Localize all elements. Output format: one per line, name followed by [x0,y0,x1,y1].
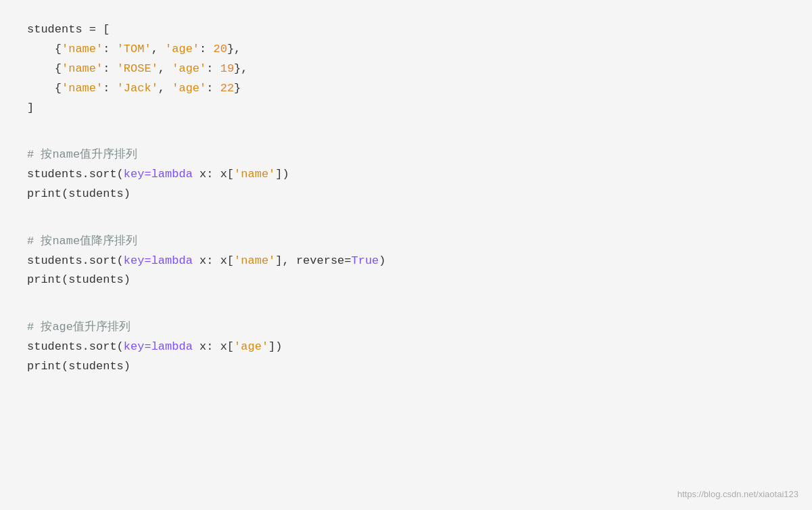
blank-line-6 [27,304,785,318]
code-line-5: ] [27,99,785,118]
blank-line-3 [27,204,785,218]
code-line-4: {'name': 'Jack', 'age': 22} [27,79,785,99]
code-block: students = [ {'name': 'TOM', 'age': 20},… [27,20,785,377]
code-line-2: {'name': 'TOM', 'age': 20}, [27,40,785,60]
code-line-3: {'name': 'ROSE', 'age': 19}, [27,60,785,79]
code-comment-3: # 按age值升序排列 [27,318,785,338]
blank-line-4 [27,218,785,231]
blank-line-2 [27,132,785,145]
code-line-9: print(students) [27,271,785,290]
code-line-1: students = [ [27,20,785,40]
blank-line-1 [27,118,785,131]
code-line-11: print(students) [27,357,785,377]
blank-line-5 [27,290,785,304]
code-line-6: students.sort(key=lambda x: x['name']) [27,165,785,185]
code-line-10: students.sort(key=lambda x: x['age']) [27,338,785,357]
code-comment-2: # 按name值降序排列 [27,232,785,252]
code-line-8: students.sort(key=lambda x: x['name'], r… [27,252,785,271]
code-comment-1: # 按name值升序排列 [27,145,785,165]
code-container: students = [ {'name': 'TOM', 'age': 20},… [0,0,812,510]
code-line-7: print(students) [27,185,785,204]
watermark: https://blog.csdn.net/xiaotai123 [677,489,798,499]
